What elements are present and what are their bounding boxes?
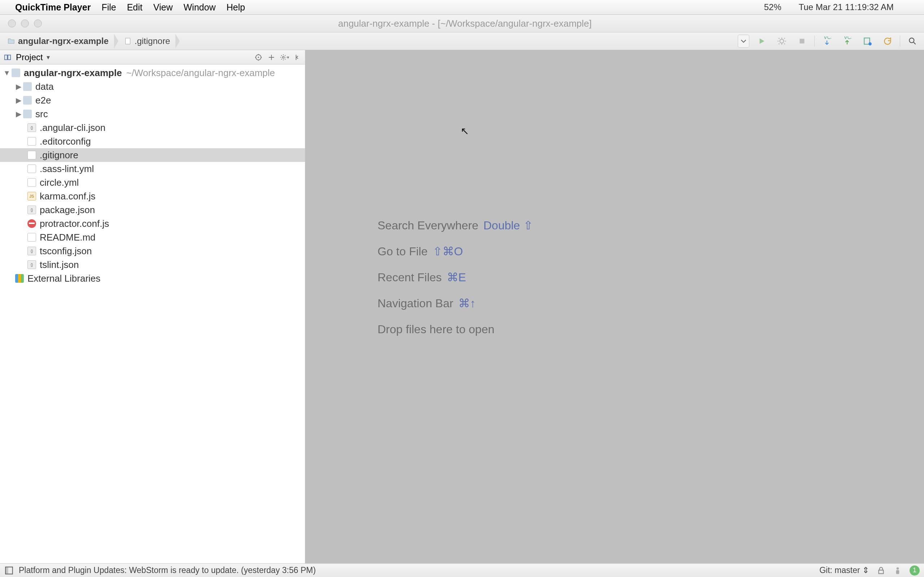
tree-external-libraries[interactable]: External Libraries (0, 272, 305, 285)
ide-search-button[interactable] (905, 35, 921, 48)
window-zoom-button[interactable] (34, 19, 42, 27)
svg-text:VCS: VCS (824, 36, 832, 40)
tree-file-label: .angular-cli.json (40, 122, 105, 134)
tree-file-label: package.json (40, 205, 95, 216)
text-file-icon (27, 233, 36, 242)
project-tree: ▼ angular-ngrx-example ~/Workspace/angul… (0, 64, 305, 285)
vcs-revert-button[interactable] (880, 35, 895, 48)
tree-file-label: protractor.conf.js (40, 218, 109, 229)
tree-file-label: .sass-lint.yml (40, 163, 94, 174)
folder-icon (23, 110, 32, 118)
tree-file-label: tslint.json (40, 259, 79, 271)
menu-view[interactable]: View (153, 2, 173, 13)
svg-point-22 (258, 56, 259, 58)
tree-file[interactable]: protractor.conf.js (0, 217, 305, 230)
toolbar-separator (814, 36, 815, 47)
svg-rect-19 (5, 55, 7, 60)
breadcrumb-root[interactable]: angular-ngrx-example (3, 32, 115, 50)
tree-folder-label: data (36, 81, 54, 92)
yaml-file-icon (27, 164, 36, 173)
tree-file-selected[interactable]: .gitignore (0, 148, 305, 162)
tree-ext-lib-label: External Libraries (27, 273, 100, 284)
editor-empty-area[interactable]: ↖ Search EverywhereDouble ⇧ Go to File⇧⌘… (305, 50, 924, 563)
blocked-file-icon (27, 219, 36, 228)
menu-window[interactable]: Window (184, 2, 216, 13)
json-file-icon: {} (27, 247, 36, 255)
tree-folder[interactable]: ▶ src (0, 107, 305, 121)
tree-file-label: circle.yml (40, 177, 79, 188)
tree-file[interactable]: {}tslint.json (0, 258, 305, 272)
menu-help[interactable]: Help (226, 2, 245, 13)
js-file-icon: JS (27, 192, 36, 200)
folder-icon (7, 37, 15, 45)
svg-point-12 (780, 39, 784, 43)
chevron-down-icon[interactable]: ▼ (2, 69, 11, 77)
chevron-right-icon[interactable]: ▶ (14, 96, 23, 105)
toolbar-separator (900, 36, 900, 47)
svg-rect-28 (896, 570, 900, 574)
window-titlebar: angular-ngrx-example - [~/Workspace/angu… (0, 15, 924, 32)
hide-panel-icon[interactable] (293, 53, 302, 62)
run-config-dropdown[interactable] (738, 35, 749, 48)
stop-button[interactable] (794, 35, 810, 48)
tree-root[interactable]: ▼ angular-ngrx-example ~/Workspace/angul… (0, 66, 305, 80)
tree-file[interactable]: README.md (0, 230, 305, 244)
tree-file[interactable]: .sass-lint.yml (0, 162, 305, 176)
tree-file[interactable]: .editorconfig (0, 134, 305, 148)
project-view-icon[interactable] (3, 53, 12, 62)
file-icon (124, 37, 132, 45)
navigation-toolbar: angular-ngrx-example .gitignore VCS VCS (0, 32, 924, 50)
statusbar-toggle-icon[interactable] (4, 566, 14, 575)
hector-icon[interactable] (893, 566, 902, 575)
statusbar-message[interactable]: Platform and Plugin Updates: WebStorm is… (19, 566, 316, 575)
project-panel-title[interactable]: Project (16, 52, 43, 62)
locate-icon[interactable] (254, 53, 263, 62)
tree-file-label: .editorconfig (40, 136, 91, 147)
hint-go-to-file: Go to File (378, 239, 428, 264)
event-log-badge[interactable]: 1 (909, 566, 920, 575)
menubar-app-name[interactable]: QuickTime Player (15, 2, 90, 13)
tree-folder-label: src (36, 108, 48, 120)
vcs-update-button[interactable]: VCS (819, 35, 835, 48)
mac-menubar: QuickTime Player File Edit View Window H… (0, 0, 924, 15)
menu-edit[interactable]: Edit (127, 2, 142, 13)
project-tool-window: Project ▾ ▾ ▼ angular-ngrx-example ~/Wor… (0, 50, 305, 563)
debug-button[interactable] (774, 35, 790, 48)
hint-shortcut: ⌘E (447, 264, 466, 290)
tree-file[interactable]: {}package.json (0, 203, 305, 217)
tree-folder[interactable]: ▶ e2e (0, 93, 305, 107)
settings-gear-icon[interactable]: ▾ (280, 53, 289, 62)
svg-rect-25 (5, 567, 8, 574)
menubar-datetime[interactable]: Tue Mar 21 11:19:32 AM (799, 2, 894, 12)
collapse-all-icon[interactable] (267, 53, 276, 62)
hint-navigation-bar: Navigation Bar (378, 290, 453, 316)
project-view-dropdown[interactable]: ▾ (47, 53, 50, 61)
breadcrumb-file[interactable]: .gitignore (120, 32, 177, 50)
tree-file[interactable]: {}.angular-cli.json (0, 121, 305, 134)
tree-file-label: README.md (40, 232, 96, 243)
folder-icon (11, 69, 20, 77)
tree-file-label: karma.conf.js (40, 191, 96, 202)
hint-shortcut: Double ⇧ (483, 213, 533, 239)
tree-folder[interactable]: ▶ data (0, 80, 305, 93)
chevron-right-icon[interactable]: ▶ (14, 82, 23, 91)
lock-icon[interactable] (876, 566, 886, 575)
battery-percent: 52% (764, 2, 782, 12)
tree-folder-label: e2e (36, 95, 51, 106)
window-close-button[interactable] (8, 19, 16, 27)
vcs-history-button[interactable] (859, 35, 875, 48)
window-minimize-button[interactable] (21, 19, 29, 27)
menu-file[interactable]: File (102, 2, 116, 13)
svg-point-27 (897, 567, 899, 570)
tree-file[interactable]: circle.yml (0, 176, 305, 189)
vcs-commit-button[interactable]: VCS (839, 35, 855, 48)
mouse-cursor-icon: ↖ (460, 125, 469, 137)
tree-file[interactable]: JSkarma.conf.js (0, 189, 305, 203)
tree-file[interactable]: {}tsconfig.json (0, 244, 305, 258)
breadcrumb-root-label: angular-ngrx-example (18, 36, 109, 46)
library-icon (15, 274, 24, 283)
git-branch-widget[interactable]: Git: master ⇕ (819, 566, 869, 575)
run-button[interactable] (754, 35, 769, 48)
chevron-right-icon[interactable]: ▶ (14, 110, 23, 118)
svg-point-17 (868, 42, 872, 45)
